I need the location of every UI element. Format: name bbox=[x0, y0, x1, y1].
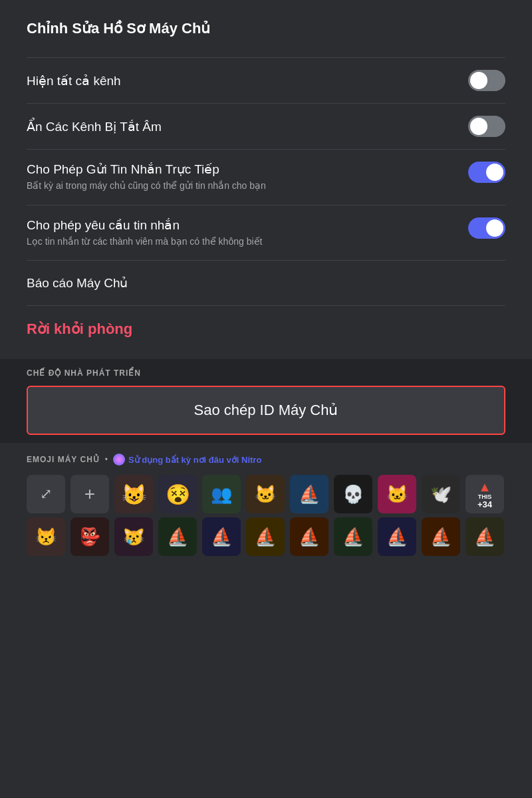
settings-title: Chỉnh Sửa Hồ Sơ Máy Chủ bbox=[27, 20, 505, 37]
copy-id-button[interactable]: Sao chép ID Máy Chủ bbox=[27, 386, 505, 435]
developer-title: CHẾ ĐỘ NHÀ PHÁT TRIỂN bbox=[27, 368, 505, 378]
emoji-section-header: EMOJI MÁY CHỦ • Sử dụng bất kỳ nơi đâu v… bbox=[27, 454, 505, 466]
toggle-knob bbox=[470, 72, 487, 89]
emoji-row2-item[interactable]: 👺 bbox=[70, 517, 109, 556]
allow-dm-left: Cho Phép Gửi Tin Nhắn Trực Tiếp Bất kỳ a… bbox=[27, 162, 468, 193]
emoji-item[interactable]: 😺 bbox=[114, 475, 153, 513]
show-all-channels-toggle[interactable] bbox=[468, 70, 505, 91]
settings-section: Chỉnh Sửa Hồ Sơ Máy Chủ Hiện tất cả kênh… bbox=[0, 0, 532, 359]
allow-request-row: Cho phép yêu cầu tin nhắn Lọc tin nhắn t… bbox=[27, 205, 505, 261]
emoji-item[interactable]: 👥 bbox=[202, 475, 241, 513]
emoji-item[interactable]: 🐱 bbox=[246, 475, 285, 513]
emoji-item-pink[interactable]: 🐱 bbox=[378, 475, 416, 513]
leave-label[interactable]: Rời khỏi phòng bbox=[27, 321, 132, 337]
leave-row[interactable]: Rời khỏi phòng bbox=[27, 306, 505, 352]
copy-id-label: Sao chép ID Máy Chủ bbox=[194, 402, 338, 418]
allow-request-label: Cho phép yêu cầu tin nhắn bbox=[27, 217, 455, 233]
allow-dm-toggle[interactable] bbox=[468, 162, 505, 183]
allow-dm-label: Cho Phép Gửi Tin Nhắn Trực Tiếp bbox=[27, 162, 455, 177]
nitro-link[interactable]: Sử dụng bất kỳ nơi đâu với Nitro bbox=[113, 454, 261, 466]
report-label: Báo cáo Máy Chủ bbox=[27, 276, 128, 290]
allow-dm-row: Cho Phép Gửi Tin Nhắn Trực Tiếp Bất kỳ a… bbox=[27, 150, 505, 205]
emoji-section: EMOJI MÁY CHỦ • Sử dụng bất kỳ nơi đâu v… bbox=[0, 443, 532, 563]
allow-dm-desc: Bất kỳ ai trong máy chủ cũng có thể gửi … bbox=[27, 180, 392, 193]
hide-muted-label: Ẩn Các Kênh Bị Tắt Âm bbox=[27, 119, 162, 134]
count-number: +34 bbox=[477, 500, 492, 509]
emoji-item-sail[interactable]: ⛵ bbox=[290, 475, 329, 513]
emoji-item-bird[interactable]: 🕊️ bbox=[422, 475, 460, 513]
emoji-row2-item-sail[interactable]: ⛵ bbox=[466, 517, 504, 556]
emoji-row2-item-sail[interactable]: ⛵ bbox=[290, 517, 329, 556]
toggle-knob-3 bbox=[486, 164, 503, 181]
nitro-icon bbox=[113, 454, 125, 466]
emoji-row2-item[interactable]: 😾 bbox=[27, 517, 65, 556]
show-all-channels-label: Hiện tất cả kênh bbox=[27, 73, 121, 88]
expand-icon: ⤢ bbox=[40, 485, 52, 503]
emoji-expand-button[interactable]: ⤢ bbox=[27, 475, 65, 513]
allow-request-desc: Lọc tin nhắn từ các thành viên mà bạn có… bbox=[27, 235, 392, 249]
emoji-dot: • bbox=[105, 455, 108, 464]
emoji-section-title: EMOJI MÁY CHỦ bbox=[27, 455, 100, 464]
emoji-grid-row2: 😾 👺 😿 ⛵ ⛵ ⛵ ⛵ ⛵ ⛵ ⛵ ⛵ bbox=[27, 517, 505, 556]
emoji-item[interactable]: 😵 bbox=[158, 475, 197, 513]
allow-request-toggle[interactable] bbox=[468, 217, 505, 239]
hide-muted-row: Ẩn Các Kênh Bị Tắt Âm bbox=[27, 104, 505, 149]
toggle-knob-2 bbox=[470, 118, 487, 135]
emoji-row2-item-sail[interactable]: ⛵ bbox=[422, 517, 460, 556]
emoji-row2-item-sail[interactable]: ⛵ bbox=[158, 517, 197, 556]
emoji-add-button[interactable]: + bbox=[70, 475, 109, 513]
nitro-text: Sử dụng bất kỳ nơi đâu với Nitro bbox=[128, 455, 261, 465]
count-arrow-icon: ▲ bbox=[478, 479, 491, 494]
emoji-item-skull[interactable]: 💀 bbox=[334, 475, 372, 513]
emoji-row2-item-sail[interactable]: ⛵ bbox=[378, 517, 416, 556]
emoji-row2-item-sail[interactable]: ⛵ bbox=[202, 517, 241, 556]
report-row: Báo cáo Máy Chủ bbox=[27, 261, 505, 305]
hide-muted-toggle[interactable] bbox=[468, 116, 505, 137]
main-container: Chỉnh Sửa Hồ Sơ Máy Chủ Hiện tất cả kênh… bbox=[0, 0, 532, 798]
emoji-row2-item-sail[interactable]: ⛵ bbox=[246, 517, 285, 556]
emoji-grid-row1: ⤢ + 😺 😵 👥 🐱 ⛵ 💀 🐱 🕊️ ▲ THIS +34 bbox=[27, 475, 505, 513]
show-all-channels-row: Hiện tất cả kênh bbox=[27, 58, 505, 103]
toggle-knob-4 bbox=[486, 219, 503, 237]
emoji-row2-item-sail[interactable]: ⛵ bbox=[334, 517, 372, 556]
emoji-count-badge[interactable]: ▲ THIS +34 bbox=[466, 475, 504, 513]
add-icon: + bbox=[84, 483, 95, 505]
allow-request-left: Cho phép yêu cầu tin nhắn Lọc tin nhắn t… bbox=[27, 217, 468, 249]
developer-section: CHẾ ĐỘ NHÀ PHÁT TRIỂN Sao chép ID Máy Ch… bbox=[0, 359, 532, 443]
emoji-row2-item[interactable]: 😿 bbox=[114, 517, 153, 556]
